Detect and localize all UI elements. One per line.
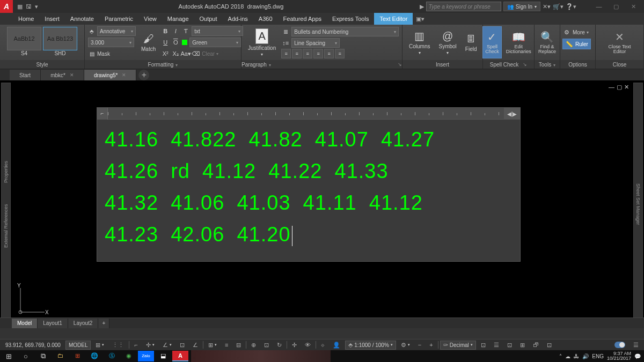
minimize-button[interactable]: —	[591, 1, 606, 12]
tab-insert[interactable]: Insert	[39, 13, 65, 25]
tab-manage[interactable]: Manage	[162, 13, 194, 25]
close-tab-icon[interactable]: ✕	[122, 72, 126, 78]
tab-featured[interactable]: Featured Apps	[278, 13, 327, 25]
cart-icon[interactable]: 🛒▾	[553, 3, 564, 10]
tab-expand-icon[interactable]: ▣▾	[413, 13, 428, 25]
align-6-button[interactable]: ≡	[335, 49, 345, 58]
tray-notif-icon[interactable]: 💬	[634, 353, 641, 359]
tray-vol-icon[interactable]: 🔊	[582, 353, 589, 359]
customize-status-button[interactable]: ☰	[630, 341, 642, 350]
tray-net-icon[interactable]: 🖧	[574, 353, 579, 359]
match-button[interactable]: 🖌Match	[138, 26, 159, 58]
hw-accel-toggle[interactable]	[611, 341, 628, 350]
tray-clock[interactable]: 9:37 AM10/21/2017	[607, 351, 631, 361]
qat-dropdown-icon[interactable]: ▾	[35, 3, 38, 10]
align-left-button[interactable]: ≡	[281, 49, 291, 58]
tb-zalo[interactable]: Zalo	[138, 351, 154, 361]
tpy-button[interactable]: ⊟	[233, 341, 244, 350]
s4-button[interactable]: ⊞	[517, 341, 528, 350]
more-button[interactable]: ⚙More▾	[562, 27, 589, 38]
text-height-input[interactable]: 3.000	[88, 38, 134, 47]
gear-status-button[interactable]: ⚙▾	[398, 341, 413, 350]
ruler-width-grip[interactable]: ◀|▶	[504, 108, 520, 120]
tb-width[interactable]: ⬓	[155, 351, 171, 361]
lwt-button[interactable]: ≡	[222, 341, 231, 350]
tab-view[interactable]: View	[138, 13, 162, 25]
tray-lang[interactable]: ENG	[592, 353, 604, 359]
text-style-s4[interactable]: AaBb12	[7, 27, 41, 50]
align-right-button[interactable]: ≡	[303, 49, 312, 58]
cortana-button[interactable]: ○	[17, 350, 34, 362]
find-replace-button[interactable]: 🔍Find & Replace	[535, 26, 559, 58]
iso-button[interactable]: ∠▾	[159, 341, 175, 350]
dictionaries-button[interactable]: 📖Edit Dictionaries	[503, 26, 535, 58]
overline-button[interactable]: O	[171, 38, 180, 47]
tb-office[interactable]: ⊞	[69, 351, 85, 361]
vp-max-icon[interactable]: ▢	[617, 84, 622, 91]
tray-cloud-icon[interactable]: ☁	[565, 353, 570, 359]
zoom-in-button[interactable]: +	[426, 341, 436, 350]
app-logo[interactable]: A	[0, 0, 13, 13]
s2-button[interactable]: ☰	[491, 341, 502, 350]
align-dist-button[interactable]: ≡	[324, 49, 334, 58]
bold-button[interactable]: B	[161, 27, 170, 35]
columns-button[interactable]: ▥Columns▾	[406, 26, 433, 58]
close-button[interactable]: ✕	[626, 1, 641, 12]
tb-explorer[interactable]: 🗀	[52, 351, 68, 361]
quick-access-toolbar[interactable]: ▦ 🖫 ▾	[13, 3, 42, 10]
qp-button[interactable]: ⊡	[261, 341, 272, 350]
drawing-canvas[interactable]: External ReferencesProperties Sheet Set …	[0, 80, 644, 328]
ruler-toggle[interactable]: 📏Ruler	[562, 39, 591, 49]
align-justify-button[interactable]: ≡	[313, 49, 323, 58]
layout-model[interactable]: Model	[12, 319, 38, 328]
taskview-button[interactable]: ⧉	[34, 350, 52, 362]
units-readout[interactable]: ✑Decimal▾	[440, 341, 476, 350]
mtext-editor[interactable]: ⌐ ◀|▶ 41.16 41.822 41.82 41.07 41.27 41.…	[97, 107, 521, 262]
tab-text-editor[interactable]: Text Editor	[374, 13, 413, 25]
text-ruler[interactable]: ⌐ ◀|▶	[97, 108, 520, 120]
exchange-icon[interactable]: ✕▾	[543, 3, 551, 10]
add-layout-button[interactable]: +	[98, 319, 109, 328]
new-tab-button[interactable]: +	[138, 70, 149, 80]
left-palette[interactable]: External ReferencesProperties	[1, 83, 11, 326]
underline-button[interactable]: U	[161, 38, 170, 47]
annotative-dropdown[interactable]: Annotative	[97, 26, 136, 36]
scale-readout[interactable]: ⬘1:1000 / 100%▾	[345, 341, 396, 350]
mtext-content[interactable]: 41.16 41.822 41.82 41.07 41.27 41.26 rd …	[97, 120, 520, 261]
annoscale-icon[interactable]: ⟐	[318, 341, 328, 350]
color-dropdown[interactable]: Green	[189, 38, 241, 47]
panel-paragraph-label[interactable]: Paragraph↘	[241, 60, 402, 69]
start-button[interactable]: ⊞	[0, 350, 17, 362]
ruler-corner-icon[interactable]: ⌐	[97, 108, 108, 120]
vp-close-icon[interactable]: ✕	[624, 84, 629, 91]
zoom-out-button[interactable]: −	[415, 341, 425, 350]
panel-tools-label[interactable]: Tools	[535, 60, 560, 69]
tray-up-icon[interactable]: ˄	[559, 353, 562, 359]
tab-addins[interactable]: Add-ins	[223, 13, 253, 25]
polar-button[interactable]: ✢▾	[143, 341, 158, 350]
panel-spell-label[interactable]: Spell Check↘	[483, 60, 534, 69]
dyn-button[interactable]: ⊞▾	[205, 341, 220, 350]
tab-annotate[interactable]: Annotate	[65, 13, 99, 25]
clear-button[interactable]: Clear	[202, 51, 215, 57]
layout-2[interactable]: Layout2	[68, 319, 99, 328]
help-search-input[interactable]: Type a keyword or phrase	[426, 2, 501, 11]
tb-coccoc[interactable]: ◉	[121, 351, 137, 361]
panel-style-label[interactable]: Style	[0, 60, 84, 69]
vp-min-icon[interactable]: —	[609, 84, 614, 91]
s5-button[interactable]: 🗗	[530, 341, 542, 350]
right-palette[interactable]: Sheet Set Manager	[633, 83, 643, 326]
tb-skype[interactable]: Ⓢ	[104, 351, 120, 361]
bullets-dropdown[interactable]: Bullets and Numbering	[291, 27, 399, 36]
otrack-button[interactable]: ∠	[189, 341, 201, 350]
system-tray[interactable]: ˄ ☁ 🖧 🔊 ENG 9:37 AM10/21/2017 💬	[559, 351, 644, 361]
help-icon[interactable]: ❔▾	[566, 3, 576, 10]
av-button[interactable]: 👁	[302, 341, 314, 350]
tb-chrome[interactable]: 🌐	[86, 351, 103, 361]
grid-button[interactable]: ⊞▾	[92, 341, 107, 350]
tab-parametric[interactable]: Parametric	[99, 13, 138, 25]
model-toggle[interactable]: MODEL	[65, 341, 91, 350]
panel-formatting-label[interactable]: Formatting	[85, 60, 241, 69]
viewport-controls[interactable]: —▢✕	[609, 84, 629, 91]
sc-button[interactable]: ⊕	[248, 341, 259, 350]
